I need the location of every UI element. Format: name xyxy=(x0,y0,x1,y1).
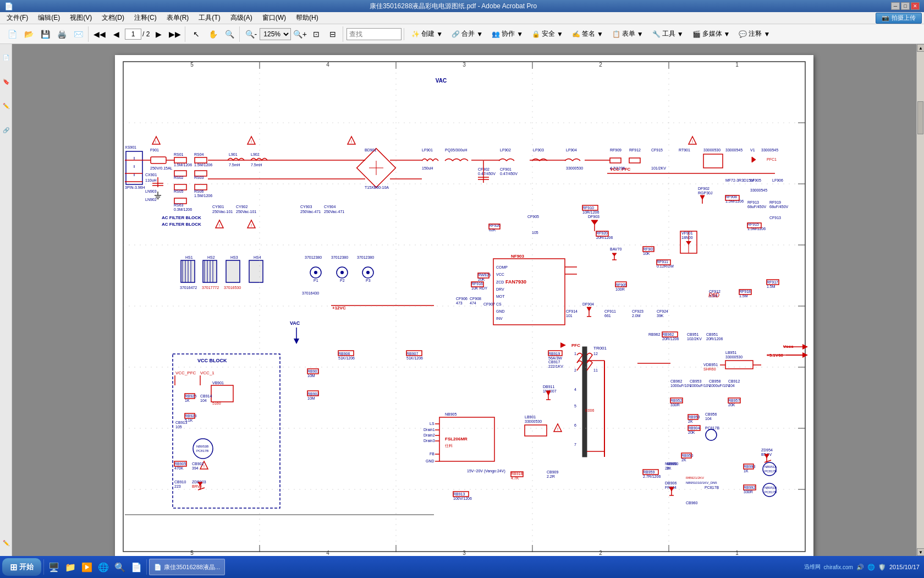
scroll-up-arrow[interactable]: ▲ xyxy=(917,44,924,52)
fit-width-btn[interactable]: ⊟ xyxy=(325,26,340,42)
menu-tools[interactable]: 工具(T) xyxy=(194,12,224,24)
scroll-down-arrow[interactable]: ▼ xyxy=(917,548,924,556)
svg-text:LF904: LF904 xyxy=(566,148,577,152)
last-page-btn[interactable]: ▶▶ xyxy=(167,26,183,42)
minimize-button[interactable]: ─ xyxy=(891,2,900,10)
close-button[interactable]: ✕ xyxy=(911,2,920,10)
svg-text:104: 104 xyxy=(728,384,735,388)
svg-text:15V~20V (Vango:24V): 15V~20V (Vango:24V) xyxy=(467,469,505,473)
hand-tool[interactable]: ✋ xyxy=(205,26,221,42)
menu-comment[interactable]: 注释(C) xyxy=(130,12,161,24)
menu-edit[interactable]: 编辑(E) xyxy=(34,12,64,24)
sign-btn[interactable]: ✍️ 签名▼ xyxy=(568,26,607,42)
taskbar-ie[interactable]: 🌐 xyxy=(96,559,111,575)
zoom-select[interactable]: 125% 100% 75% 50% 150% 200% xyxy=(260,28,291,40)
svg-text:CF907: CF907 xyxy=(483,302,495,306)
menu-doc[interactable]: 文档(D) xyxy=(97,12,129,24)
menu-advanced[interactable]: 高级(A) xyxy=(226,12,257,24)
taskbar-media[interactable]: ▶️ xyxy=(79,559,95,575)
svg-text:F901: F901 xyxy=(150,148,159,152)
maximize-button[interactable]: □ xyxy=(901,2,910,10)
menu-file[interactable]: 文件(F) xyxy=(2,12,32,24)
prev-page-btn[interactable]: ◀ xyxy=(108,26,124,42)
svg-text:4.7/1206: 4.7/1206 xyxy=(610,166,625,170)
multimedia-btn[interactable]: 🎬 多媒体▼ xyxy=(689,26,734,42)
scroll-track[interactable] xyxy=(917,52,924,548)
secure-btn[interactable]: 🔒 安全▼ xyxy=(528,26,567,42)
acrobat-icon: 📄 xyxy=(154,564,162,571)
svg-text:33000545: 33000545 xyxy=(725,148,743,152)
page-number-input[interactable] xyxy=(125,29,141,40)
select-tool[interactable]: ↖ xyxy=(189,26,204,42)
svg-text:!: ! xyxy=(251,140,252,144)
svg-text:BD901: BD901 xyxy=(365,148,377,152)
sidebar-comments[interactable]: ✏️ xyxy=(1,95,12,117)
save-btn[interactable]: 💾 xyxy=(37,26,53,42)
svg-text:RF913: RF913 xyxy=(747,200,759,204)
form-btn[interactable]: 📋 表单▼ xyxy=(608,26,647,42)
svg-text:2.2R: 2.2R xyxy=(547,475,555,478)
svg-text:CF915: CF915 xyxy=(651,148,663,152)
svg-text:100V/1206: 100V/1206 xyxy=(453,497,472,500)
svg-text:CF911: CF911 xyxy=(604,309,616,313)
fit-page-btn[interactable]: ⊡ xyxy=(309,26,324,42)
pdf-viewer[interactable]: 5 4 3 2 1 5 4 3 2 1 xyxy=(12,44,916,556)
svg-text:5: 5 xyxy=(574,404,576,408)
svg-text:DF904: DF904 xyxy=(582,302,594,306)
svg-text:RF910: RF910 xyxy=(582,206,594,210)
svg-text:CB962: CB962 xyxy=(670,379,683,383)
start-button[interactable]: ⊞ 开始 xyxy=(2,558,41,576)
svg-text:101/2KV: 101/2KV xyxy=(651,166,666,170)
svg-text:20K: 20K xyxy=(728,403,735,407)
scroll-thumb[interactable] xyxy=(917,101,923,134)
tools-btn[interactable]: 🔧 工具▼ xyxy=(648,26,688,42)
secure-icon: 🔒 xyxy=(532,30,540,38)
menu-window[interactable]: 窗口(W) xyxy=(258,12,290,24)
sidebar-layers[interactable]: ✏️ xyxy=(1,532,12,554)
next-page-btn[interactable]: ▶ xyxy=(151,26,166,42)
comment-icon: 💬 xyxy=(739,30,747,38)
taskbar-acrobat[interactable]: 📄 xyxy=(129,559,144,575)
svg-text:T15XB60-10A: T15XB60-10A xyxy=(365,186,389,189)
menu-bar: 文件(F) 编辑(E) 视图(V) 文档(D) 注释(C) 表单(R) 工具(T… xyxy=(0,12,924,24)
scrollbar[interactable]: ▲ ▼ xyxy=(916,44,924,556)
open-btn[interactable]: 📂 xyxy=(21,26,36,42)
svg-text:PFC: PFC xyxy=(571,343,580,348)
svg-text:CB910: CB910 xyxy=(174,480,186,484)
create-btn[interactable]: ✨ 创建▼ xyxy=(408,26,447,42)
upload-button[interactable]: 📷 拍摄上传 xyxy=(876,13,922,24)
systray-speaker[interactable]: 🔊 xyxy=(856,564,864,571)
taskbar-acrobat-app[interactable]: 📄 康佳35016288液晶... xyxy=(149,559,225,575)
menu-view[interactable]: 视图(V) xyxy=(65,12,96,24)
zoom-in-btn[interactable]: 🔍+ xyxy=(292,26,307,42)
taskbar-search[interactable]: 🔍 xyxy=(112,559,128,575)
sidebar-bookmarks[interactable]: 🔖 xyxy=(1,70,12,92)
svg-text:GND: GND xyxy=(496,309,505,313)
svg-text:RB905: RB905 xyxy=(174,462,186,466)
new-btn[interactable]: 📄 xyxy=(4,26,20,42)
print-btn[interactable]: 🖨️ xyxy=(54,26,69,42)
collaborate-btn[interactable]: 👥 协作▼ xyxy=(488,26,527,42)
systray-shield[interactable]: 🛡️ xyxy=(878,564,886,571)
svg-text:RT901: RT901 xyxy=(679,148,690,152)
svg-text:2: 2 xyxy=(599,62,602,68)
taskbar-explorer[interactable]: 📁 xyxy=(63,559,78,575)
systray-network[interactable]: 🌐 xyxy=(867,564,875,571)
find-input[interactable] xyxy=(346,28,402,40)
email-btn[interactable]: ✉️ xyxy=(70,26,86,42)
zoom-tool[interactable]: 🔍 xyxy=(222,26,237,42)
zoom-out-btn[interactable]: 🔍- xyxy=(243,26,258,42)
svg-text:HS3: HS3 xyxy=(230,255,238,259)
svg-text:1.5M/1206: 1.5M/1206 xyxy=(174,163,192,167)
svg-text:CB914: CB914 xyxy=(200,394,212,398)
first-page-btn[interactable]: ◀◀ xyxy=(92,26,107,42)
menu-form[interactable]: 表单(R) xyxy=(162,12,194,24)
sidebar-pages[interactable]: 📄 xyxy=(1,46,12,68)
menu-help[interactable]: 帮助(H) xyxy=(292,12,323,24)
taskbar-show-desktop[interactable]: 🖥️ xyxy=(46,559,62,575)
combine-btn[interactable]: 🔗 合并▼ xyxy=(448,26,487,42)
comment-btn[interactable]: 💬 注释▼ xyxy=(735,26,774,42)
svg-text:7.5mH: 7.5mH xyxy=(251,163,262,167)
sidebar-attachments[interactable]: 🔗 xyxy=(1,119,12,141)
svg-text:VCC_PFC: VCC_PFC xyxy=(175,370,196,375)
